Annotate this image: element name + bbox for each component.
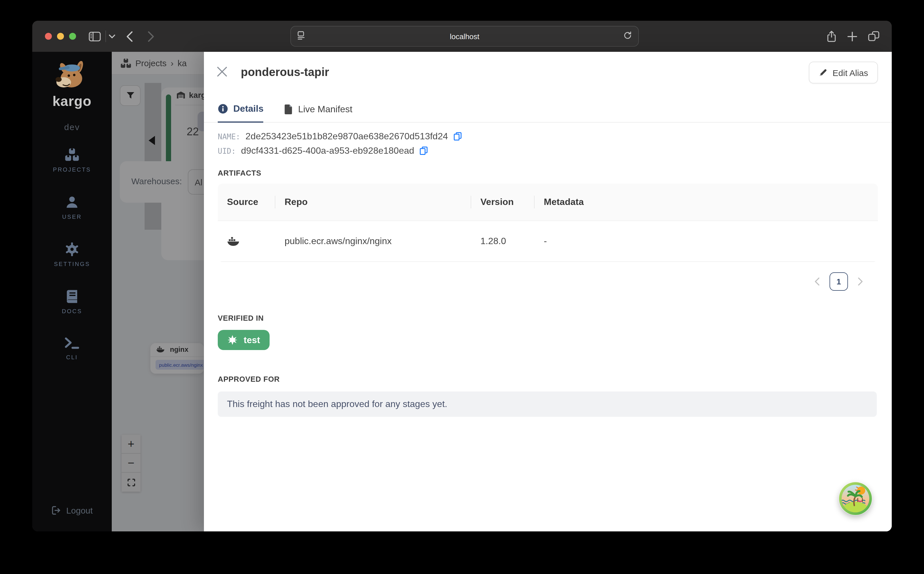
book-icon xyxy=(65,290,79,303)
toolbar-divider xyxy=(106,30,106,42)
sidebar-item-settings[interactable]: SETTINGS xyxy=(54,242,90,267)
column-repo: Repo xyxy=(275,184,471,221)
prev-page-icon[interactable] xyxy=(815,278,820,285)
artifact-metadata: - xyxy=(535,221,878,262)
file-icon xyxy=(284,104,293,114)
minimize-window-button[interactable] xyxy=(57,33,64,40)
modal-overlay[interactable] xyxy=(112,52,204,531)
projects-icon xyxy=(65,148,79,162)
zoom-window-button[interactable] xyxy=(69,33,76,40)
artifact-repo: public.ecr.aws/nginx/nginx xyxy=(275,221,471,262)
sidebar-toggle-icon[interactable] xyxy=(89,21,101,52)
page-number-button[interactable]: 1 xyxy=(829,272,848,291)
gear-icon xyxy=(65,242,79,256)
docker-icon xyxy=(227,237,240,246)
edit-alias-button[interactable]: Edit Alias xyxy=(809,62,878,84)
freight-alias-title: ponderous-tapir xyxy=(241,66,329,79)
share-icon[interactable] xyxy=(826,21,837,52)
traffic-lights xyxy=(45,33,76,40)
uid-value: d9cf4331-d625-400a-a953-eb928e180ead xyxy=(241,146,414,156)
user-icon xyxy=(65,195,79,209)
approved-for-heading: APPROVED FOR xyxy=(218,375,878,383)
table-row[interactable]: public.ecr.aws/nginx/nginx 1.28.0 - xyxy=(218,221,878,262)
reader-icon[interactable] xyxy=(297,31,306,42)
back-button[interactable] xyxy=(126,21,133,52)
tab-overview-icon[interactable] xyxy=(868,21,880,52)
column-source: Source xyxy=(218,184,275,221)
logout-button[interactable]: Logout xyxy=(32,506,112,515)
tab-details[interactable]: Details xyxy=(218,96,264,123)
pencil-icon xyxy=(819,68,828,77)
close-icon[interactable] xyxy=(216,66,227,79)
sidebar: kargo dev PROJECTS xyxy=(32,52,112,531)
sidebar-nav: PROJECTS USER xyxy=(53,148,91,360)
close-window-button[interactable] xyxy=(45,33,52,40)
brand-wordmark: kargo xyxy=(52,93,92,109)
browser-window: localhost xyxy=(32,21,892,531)
name-row: NAME: 2de253423e51b1b82e9870ae638e2670d5… xyxy=(218,131,878,142)
uid-label: UID: xyxy=(218,147,236,155)
uid-row: UID: d9cf4331-d625-400a-a953-eb928e180ea… xyxy=(218,146,878,156)
drawer-tabs: Details Live Manifest xyxy=(204,96,892,123)
column-metadata: Metadata xyxy=(535,184,878,221)
terminal-icon xyxy=(65,337,79,350)
sidebar-item-projects[interactable]: PROJECTS xyxy=(53,148,91,173)
reload-icon[interactable] xyxy=(623,31,632,42)
artifact-version: 1.28.0 xyxy=(471,221,535,262)
tab-live-manifest[interactable]: Live Manifest xyxy=(284,96,352,122)
table-header-row: Source Repo Version Metadata xyxy=(218,184,878,221)
url-field[interactable]: localhost xyxy=(290,26,639,47)
verified-stage-badge[interactable]: test xyxy=(218,330,270,350)
chevron-down-icon[interactable] xyxy=(109,21,115,52)
name-label: NAME: xyxy=(218,132,240,141)
url-text: localhost xyxy=(291,32,638,41)
approved-empty-message: This freight has not been approved for a… xyxy=(218,391,877,417)
environment-label: dev xyxy=(64,122,80,132)
artifacts-heading: ARTIFACTS xyxy=(218,169,878,177)
pagination: 1 xyxy=(218,272,878,291)
new-tab-icon[interactable] xyxy=(847,21,857,52)
name-value: 2de253423e51b1b82e9870ae638e2670d513fd24 xyxy=(245,131,448,142)
browser-titlebar: localhost xyxy=(32,21,892,52)
sidebar-item-cli[interactable]: CLI xyxy=(65,337,79,360)
copy-name-icon[interactable] xyxy=(453,132,462,141)
freight-details-drawer: ponderous-tapir Edit Alias Details xyxy=(204,52,892,531)
desktop: localhost xyxy=(0,0,924,574)
sidebar-item-user[interactable]: USER xyxy=(62,195,82,220)
forward-button[interactable] xyxy=(147,21,155,52)
island-easter-egg-button[interactable] xyxy=(839,482,872,515)
artifacts-table: Source Repo Version Metadata xyxy=(218,184,878,262)
background-page: Projects › ka xyxy=(112,52,204,531)
sidebar-item-docs[interactable]: DOCS xyxy=(62,290,82,314)
next-page-icon[interactable] xyxy=(858,278,863,285)
column-version: Version xyxy=(471,184,535,221)
info-icon xyxy=(218,104,228,114)
logout-icon xyxy=(51,506,61,515)
copy-uid-icon[interactable] xyxy=(419,146,428,155)
verified-in-heading: VERIFIED IN xyxy=(218,314,878,322)
verified-stage-name: test xyxy=(244,335,260,345)
kargo-logo-icon[interactable] xyxy=(54,61,90,95)
stage-burst-icon xyxy=(227,335,237,345)
